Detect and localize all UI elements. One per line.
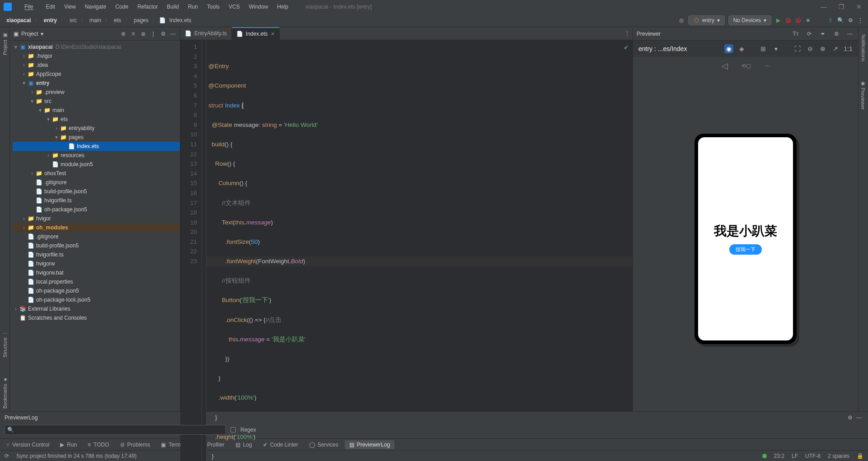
hide-icon[interactable]: — <box>854 413 863 422</box>
tree-item[interactable]: oh-package-lock.json5 <box>36 297 90 303</box>
tree-item[interactable]: .idea <box>36 62 48 68</box>
btab-run[interactable]: ▶Run <box>56 440 81 449</box>
expand-icon[interactable]: ≡ <box>130 31 136 37</box>
tree-item[interactable]: AppScope <box>36 71 61 77</box>
tree-item[interactable]: entry <box>36 80 49 86</box>
btab-version-control[interactable]: ⑂Version Control <box>2 440 54 449</box>
filter-icon[interactable]: ⏷ <box>818 29 827 38</box>
log-search-input[interactable] <box>5 425 226 435</box>
gear-icon[interactable]: ⚙ <box>845 413 854 422</box>
status-dot-icon[interactable] <box>762 454 767 458</box>
tab-entryability[interactable]: 📄EntryAbility.ts <box>180 27 232 40</box>
tree-scratches[interactable]: Scratches and Consoles <box>28 315 87 321</box>
zoom-in-icon[interactable]: ⊕ <box>818 44 827 53</box>
target-icon[interactable]: ◎ <box>678 17 685 23</box>
tree-item[interactable]: build-profile.json5 <box>36 242 79 249</box>
menu-view[interactable]: View <box>61 2 80 12</box>
notifications-icon[interactable]: ⋮ <box>857 17 863 23</box>
coverage-button[interactable]: 🐞 <box>795 17 801 23</box>
bookmarks-tool-tab[interactable]: Bookmarks ★ <box>1 374 9 411</box>
device-selector[interactable]: No Devices ▾ <box>728 15 771 25</box>
preview-button[interactable]: 捏我一下 <box>729 244 762 255</box>
tree-root[interactable]: xiaopacai <box>28 44 53 50</box>
phone-screen[interactable]: 我是小趴菜 捏我一下 <box>698 137 793 340</box>
rotate-icon[interactable]: ⟲▢ <box>741 63 751 69</box>
tabs-more-icon[interactable]: ⋮ <box>624 30 630 36</box>
crumb-src[interactable]: src <box>68 16 79 24</box>
cursor-position[interactable]: 23:2 <box>774 453 784 459</box>
inspection-ok-icon[interactable]: ✔ <box>624 43 629 53</box>
menu-code[interactable]: Code <box>112 2 132 12</box>
tree-item[interactable]: hvigor <box>36 215 51 222</box>
inspector-toggle[interactable]: ◉ <box>724 44 733 53</box>
project-tree[interactable]: ▾▣xiaopacaiD:\DevEcoStudio\xiaopacai ›📁.… <box>10 41 180 411</box>
encoding[interactable]: UTF-8 <box>805 453 821 459</box>
search-icon[interactable]: 🔍 <box>837 17 844 23</box>
crumb-main[interactable]: main <box>88 16 103 24</box>
tree-item[interactable]: local.properties <box>36 279 73 285</box>
popout-icon[interactable]: ↗ <box>831 44 840 53</box>
project-panel-title[interactable]: ▣ Project ▾ <box>14 31 43 37</box>
tree-item[interactable]: ohosTest <box>44 170 66 177</box>
debug-button[interactable]: 🐞 <box>785 17 791 23</box>
lock-icon[interactable]: 🔒 <box>857 453 863 459</box>
structure-tool-tab[interactable]: Structure ⋮ <box>1 328 9 360</box>
menu-help[interactable]: Help <box>273 2 292 12</box>
crumb-pages[interactable]: pages <box>132 16 150 24</box>
indent[interactable]: 2 spaces <box>828 453 849 459</box>
hide-icon[interactable]: — <box>170 31 176 37</box>
tree-item[interactable]: oh-package.json5 <box>44 206 87 213</box>
run-config-selector[interactable]: ⬡ entry ▾ <box>688 15 725 25</box>
scale-icon[interactable]: 1:1 <box>844 44 853 53</box>
menu-build[interactable]: Build <box>163 2 183 12</box>
tree-item[interactable]: hvigorfile.ts <box>44 197 72 204</box>
maximize-button[interactable]: ❐ <box>836 2 847 11</box>
gear-icon[interactable]: ⚙ <box>160 31 166 37</box>
tree-item[interactable]: .preview <box>44 89 65 95</box>
tree-item[interactable]: entryability <box>69 125 94 131</box>
tree-item[interactable]: resources <box>61 152 84 158</box>
tree-item[interactable]: hvigorw <box>36 261 55 267</box>
menu-edit[interactable]: Edit <box>42 2 59 12</box>
tree-item[interactable]: pages <box>69 134 84 140</box>
tree-item[interactable]: .gitignore <box>44 179 66 186</box>
gear-icon[interactable]: ⚙ <box>832 29 841 38</box>
tree-item[interactable]: hvigorfile.ts <box>36 251 64 258</box>
tree-item[interactable]: .gitignore <box>36 233 58 240</box>
btab-todo[interactable]: ≡TODO <box>83 440 113 449</box>
tree-item[interactable]: hvigorw.bat <box>36 270 64 276</box>
font-icon[interactable]: Tт <box>791 29 800 38</box>
tree-item[interactable]: src <box>44 98 52 104</box>
minimize-button[interactable]: — <box>818 2 830 11</box>
prev-device-icon[interactable]: ◁ <box>722 61 728 71</box>
tree-item[interactable]: main <box>52 107 64 113</box>
tree-item[interactable]: oh-package.json5 <box>36 288 79 294</box>
tree-external-libs[interactable]: External Libraries <box>28 306 70 312</box>
more-icon[interactable]: ⋯ <box>765 63 770 69</box>
refresh-icon[interactable]: ⟳ <box>805 29 814 38</box>
tree-item[interactable]: ets <box>61 116 68 122</box>
locate-icon[interactable]: ⊕ <box>120 31 127 37</box>
stop-button[interactable]: ■ <box>805 17 811 23</box>
crumb-file[interactable]: Index.ets <box>168 16 193 24</box>
tree-item-selected[interactable]: Index.ets <box>77 143 99 149</box>
btab-problems[interactable]: ⊘Problems <box>116 440 155 449</box>
sync-icon[interactable]: ⟳ <box>5 453 9 459</box>
close-button[interactable]: ✕ <box>854 2 864 11</box>
chevron-down-icon[interactable]: ▾ <box>771 44 780 53</box>
fit-icon[interactable]: ⛶ <box>793 44 802 53</box>
menu-run[interactable]: Run <box>184 2 202 12</box>
collapse-icon[interactable]: ≣ <box>140 31 146 37</box>
tree-item[interactable]: oh_modules <box>36 224 68 231</box>
menu-tools[interactable]: Tools <box>203 2 223 12</box>
menu-file[interactable]: File <box>17 2 40 12</box>
layers-icon[interactable]: ◈ <box>737 44 746 53</box>
menu-vcs[interactable]: VCS <box>225 2 244 12</box>
share-icon[interactable]: ⇪ <box>827 17 834 23</box>
zoom-out-icon[interactable]: ⊖ <box>806 44 815 53</box>
run-button[interactable]: ▶ <box>775 17 781 23</box>
crumb-ets[interactable]: ets <box>112 16 123 24</box>
tree-item[interactable]: .hvigor <box>36 53 52 59</box>
menu-navigate[interactable]: Navigate <box>81 2 110 12</box>
line-ending[interactable]: LF <box>792 453 798 459</box>
